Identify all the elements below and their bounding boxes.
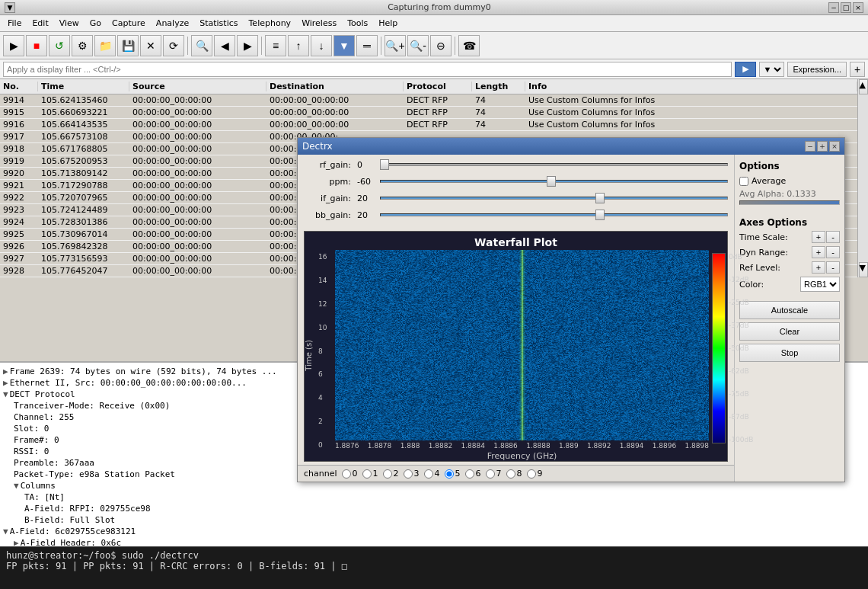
dectrx-titlebar: Dectrx − + × xyxy=(298,138,844,155)
terminal-line2: FP pkts: 91 | PP pkts: 91 | R-CRC errors… xyxy=(6,561,862,571)
filter-apply-btn[interactable]: ▶ xyxy=(735,62,756,77)
toolbar-coloring-btn[interactable]: ═ xyxy=(356,35,378,56)
rf-gain-row: rf_gain: 0 xyxy=(304,159,728,170)
toolbar-zoomin-btn[interactable]: 🔍+ xyxy=(385,35,406,56)
toolbar-nextmark-btn[interactable]: ↓ xyxy=(311,35,332,56)
menu-item-file[interactable]: File xyxy=(3,17,26,30)
bb-gain-row: bb_gain: 20 xyxy=(304,210,728,220)
rf-gain-slider-track[interactable] xyxy=(380,159,728,170)
title-bar: ▼ Capturing from dummy0 − □ × xyxy=(0,0,868,15)
dectrx-close-btn[interactable]: × xyxy=(829,141,840,152)
close-btn[interactable]: × xyxy=(853,2,863,13)
header-dest: Destination xyxy=(266,82,404,91)
toolbar-close-btn[interactable]: ✕ xyxy=(140,35,161,56)
toolbar-options-btn[interactable]: ⚙ xyxy=(72,35,93,56)
toolbar-restart-btn[interactable]: ↺ xyxy=(49,35,70,56)
bb-gain-slider-track[interactable] xyxy=(380,210,728,220)
menu-item-capture[interactable]: Capture xyxy=(107,17,150,30)
avg-alpha-slider[interactable] xyxy=(739,200,840,205)
channel-2[interactable]: 2 xyxy=(383,469,399,479)
menu-bar: FileEditViewGoCaptureAnalyzeStatisticsTe… xyxy=(0,15,868,32)
channel-5[interactable]: 5 xyxy=(445,469,461,479)
channel-9[interactable]: 9 xyxy=(527,469,543,479)
toolbar-zoomout-btn[interactable]: 🔍- xyxy=(407,35,429,56)
waterfall-plot-area: Time (s) 16 14 12 10 8 6 4 2 0 xyxy=(305,250,727,461)
tree-bfield: B-Field: Full Slot xyxy=(3,514,865,526)
ppm-thumb[interactable] xyxy=(547,176,556,187)
toolbar-stop-btn[interactable]: ■ xyxy=(26,35,47,56)
toolbar-open-btn[interactable]: 📁 xyxy=(94,35,116,56)
channel-8[interactable]: 8 xyxy=(506,469,522,479)
channel-0[interactable]: 0 xyxy=(342,469,358,479)
filter-dropdown[interactable]: ▼ xyxy=(759,62,784,77)
toolbar-fwd-btn[interactable]: ▶ xyxy=(237,35,258,56)
dyn-range-minus[interactable]: - xyxy=(826,246,840,258)
dectrx-minimize-btn[interactable]: − xyxy=(805,141,815,152)
table-row[interactable]: 9914105.62413546000:00:00_00:00:0000:00:… xyxy=(0,94,857,107)
stop-btn[interactable]: Stop xyxy=(739,344,840,362)
average-checkbox[interactable] xyxy=(739,177,748,186)
time-scale-plus[interactable]: + xyxy=(812,231,825,243)
table-row[interactable]: 9915105.66069322100:00:00_00:00:0000:00:… xyxy=(0,107,857,119)
ppm-slider-track[interactable] xyxy=(380,176,728,187)
menu-item-edit[interactable]: Edit xyxy=(27,17,53,30)
system-menu-btn[interactable]: ▼ xyxy=(5,2,15,13)
menu-item-analyze[interactable]: Analyze xyxy=(152,17,193,30)
y-axis-label-container: Time (s) xyxy=(305,250,318,461)
rf-gain-thumb[interactable] xyxy=(380,159,389,170)
minimize-btn[interactable]: − xyxy=(828,2,839,13)
toolbar-zoom100-btn[interactable]: ⊖ xyxy=(430,35,452,56)
header-time: Time xyxy=(38,82,129,91)
filter-input[interactable] xyxy=(3,62,732,77)
header-len: Length xyxy=(472,82,525,91)
ref-level-minus[interactable]: - xyxy=(826,261,840,274)
toolbar-filter-btn[interactable]: ▼ xyxy=(333,35,355,56)
if-gain-thumb[interactable] xyxy=(595,193,605,203)
menu-item-tools[interactable]: Tools xyxy=(343,17,372,30)
maximize-btn[interactable]: □ xyxy=(841,2,851,13)
time-scale-minus[interactable]: - xyxy=(826,231,840,243)
dyn-range-plus[interactable]: + xyxy=(812,246,825,258)
waterfall-section: Waterfall Plot Time (s) 16 14 12 10 xyxy=(298,231,734,465)
filter-plus-btn[interactable]: + xyxy=(850,62,865,77)
sliders-section: rf_gain: 0 ppm: -60 xyxy=(298,155,734,231)
channel-1[interactable]: 1 xyxy=(362,469,378,479)
waterfall-container: Waterfall Plot Time (s) 16 14 12 10 xyxy=(304,231,728,462)
menu-item-telephony[interactable]: Telephony xyxy=(244,17,296,30)
toolbar-back-btn[interactable]: ◀ xyxy=(214,35,235,56)
color-row: Color: RGB1 xyxy=(739,277,840,292)
channel-4[interactable]: 4 xyxy=(424,469,440,479)
terminal: hunz@streator:~/foo$ sudo ./dectrcv FP p… xyxy=(0,546,868,589)
packet-scrollbar[interactable]: ▲ ▼ xyxy=(857,79,868,277)
menu-item-help[interactable]: Help xyxy=(374,17,402,30)
menu-item-view[interactable]: View xyxy=(55,17,84,30)
color-select[interactable]: RGB1 xyxy=(800,277,840,292)
autoscale-btn[interactable]: Autoscale xyxy=(739,301,840,319)
toolbar-mark-btn[interactable]: ≡ xyxy=(265,35,286,56)
bb-gain-value: 20 xyxy=(357,210,380,220)
x-ticks: 1.8876 1.8878 1.888 1.8882 1.8884 1.8886… xyxy=(335,440,709,450)
channel-7[interactable]: 7 xyxy=(486,469,502,479)
toolbar-telephony-btn[interactable]: ☎ xyxy=(458,35,480,56)
expression-btn[interactable]: Expression... xyxy=(787,62,847,77)
table-row[interactable]: 9916105.66414353500:00:00_00:00:0000:00:… xyxy=(0,119,857,131)
channel-3[interactable]: 3 xyxy=(404,469,420,479)
ref-level-plus[interactable]: + xyxy=(812,261,825,274)
bb-gain-thumb[interactable] xyxy=(595,210,605,220)
channel-6[interactable]: 6 xyxy=(465,469,481,479)
clear-btn[interactable]: Clear xyxy=(739,322,840,341)
toolbar-reload-btn[interactable]: ⟳ xyxy=(163,35,184,56)
menu-item-go[interactable]: Go xyxy=(85,17,106,30)
menu-item-wireless[interactable]: Wireless xyxy=(297,17,341,30)
toolbar-save-btn[interactable]: 💾 xyxy=(117,35,139,56)
dectrx-maximize-btn[interactable]: + xyxy=(817,141,828,152)
toolbar-sep-4 xyxy=(455,37,455,55)
menu-item-statistics[interactable]: Statistics xyxy=(195,17,242,30)
ppm-row: ppm: -60 xyxy=(304,176,728,187)
toolbar-start-btn[interactable]: ▶ xyxy=(3,35,24,56)
tree-afield[interactable]: ▼A-Field: 6c029755ce983121 xyxy=(3,526,865,537)
toolbar-find-btn[interactable]: 🔍 xyxy=(191,35,212,56)
toolbar-unmark-btn[interactable]: ↑ xyxy=(288,35,309,56)
if-gain-slider-track[interactable] xyxy=(380,193,728,203)
dyn-range-row: Dyn Range: + - xyxy=(739,246,840,258)
